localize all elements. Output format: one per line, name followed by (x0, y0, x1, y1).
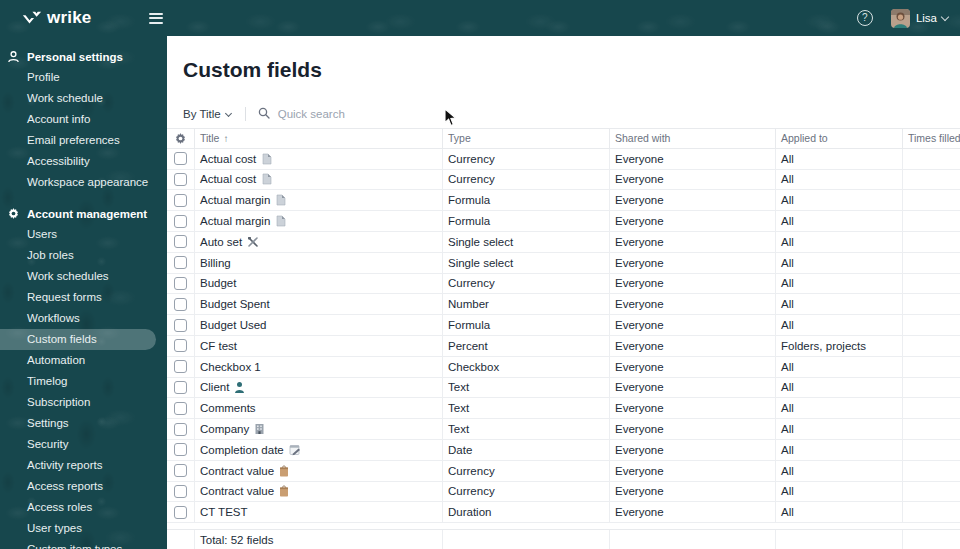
table-row[interactable]: BudgetCurrencyEveryoneAll (167, 274, 960, 295)
sidebar-item-settings[interactable]: Settings (0, 413, 167, 434)
table-row[interactable]: CommentsTextEveryoneAll (167, 398, 960, 419)
sidebar-item-workspace-appearance[interactable]: Workspace appearance (0, 172, 167, 193)
user-menu[interactable]: Lisa (891, 9, 948, 28)
wrike-logo[interactable]: wrike (22, 8, 91, 28)
cell-shared-with: Everyone (610, 482, 776, 502)
help-button[interactable]: ? (857, 10, 873, 26)
table-row[interactable]: BillingSingle selectEveryoneAll (167, 253, 960, 274)
sidebar-item-job-roles[interactable]: Job roles (0, 245, 167, 266)
chevron-down-icon (941, 12, 949, 20)
row-checkbox[interactable] (174, 215, 187, 228)
sidebar-item-account-info[interactable]: Account info (0, 109, 167, 130)
cell-applied-to: All (776, 482, 903, 502)
cell-applied-to: All (776, 294, 903, 314)
cell-times-filled (903, 253, 960, 273)
row-checkbox[interactable] (174, 256, 187, 269)
row-checkbox[interactable] (174, 360, 187, 373)
table-row[interactable]: Auto setSingle selectEveryoneAll (167, 232, 960, 253)
cell-type: Date (443, 440, 610, 460)
sidebar-item-accessibility[interactable]: Accessibility (0, 151, 167, 172)
sidebar-item-user-types[interactable]: User types (0, 518, 167, 539)
table-row[interactable]: Contract valueCurrencyEveryoneAll (167, 482, 960, 503)
table-row[interactable]: Actual costCurrencyEveryoneAll (167, 149, 960, 170)
row-checkbox-cell (167, 357, 195, 377)
table-settings-gear-icon[interactable] (167, 129, 195, 148)
sidebar-item-request-forms[interactable]: Request forms (0, 287, 167, 308)
cell-title: Completion date (195, 440, 443, 460)
sort-by-dropdown[interactable]: By Title (183, 108, 231, 120)
row-checkbox-cell (167, 190, 195, 210)
sidebar-item-access-roles[interactable]: Access roles (0, 497, 167, 518)
row-checkbox-cell (167, 315, 195, 335)
sidebar-item-timelog[interactable]: Timelog (0, 371, 167, 392)
cell-shared-with: Everyone (610, 274, 776, 294)
row-checkbox-cell (167, 149, 195, 169)
column-header-type[interactable]: Type (443, 129, 610, 148)
row-checkbox[interactable] (174, 402, 187, 415)
table-row[interactable]: CT TESTDurationEveryoneAll (167, 502, 960, 523)
sidebar-item-security[interactable]: Security (0, 434, 167, 455)
column-header-times-filled[interactable]: Times filled (903, 129, 960, 148)
row-checkbox[interactable] (174, 423, 187, 436)
row-checkbox-cell (167, 440, 195, 460)
cell-applied-to: Folders, projects (776, 336, 903, 356)
sidebar-item-workflows[interactable]: Workflows (0, 308, 167, 329)
column-header-shared-with[interactable]: Shared with (610, 129, 776, 148)
table-row[interactable]: Actual costCurrencyEveryoneAll (167, 170, 960, 191)
column-header-title[interactable]: Title↑ (195, 129, 443, 148)
table-row[interactable]: Contract valueCurrencyEveryoneAll (167, 461, 960, 482)
cell-times-filled (903, 398, 960, 418)
cell-times-filled (903, 357, 960, 377)
row-checkbox[interactable] (174, 277, 187, 290)
sidebar-item-activity-reports[interactable]: Activity reports (0, 455, 167, 476)
row-checkbox[interactable] (174, 298, 187, 311)
sidebar-item-access-reports[interactable]: Access reports (0, 476, 167, 497)
table-row[interactable]: Completion dateDateEveryoneAll (167, 440, 960, 461)
table-row[interactable]: ClientTextEveryoneAll (167, 378, 960, 399)
sidebar-item-custom-fields[interactable]: Custom fields (0, 329, 156, 350)
cell-shared-with: Everyone (610, 190, 776, 210)
total-row-cell (167, 530, 195, 549)
row-checkbox[interactable] (174, 464, 187, 477)
total-row-cell (443, 530, 610, 549)
row-checkbox-cell (167, 170, 195, 190)
table-row[interactable]: Checkbox 1CheckboxEveryoneAll (167, 357, 960, 378)
row-checkbox[interactable] (174, 235, 187, 248)
sidebar-item-subscription[interactable]: Subscription (0, 392, 167, 413)
table-row[interactable]: Budget SpentNumberEveryoneAll (167, 294, 960, 315)
cell-applied-to: All (776, 419, 903, 439)
cell-times-filled (903, 482, 960, 502)
row-checkbox[interactable] (174, 443, 187, 456)
cell-type: Currency (443, 274, 610, 294)
row-checkbox[interactable] (174, 506, 187, 519)
row-checkbox[interactable] (174, 485, 187, 498)
table-row[interactable]: Actual marginFormulaEveryoneAll (167, 211, 960, 232)
sidebar-item-email-preferences[interactable]: Email preferences (0, 130, 167, 151)
column-header-applied-to[interactable]: Applied to (776, 129, 903, 148)
cell-shared-with: Everyone (610, 357, 776, 377)
row-checkbox[interactable] (174, 194, 187, 207)
table-row[interactable]: Budget UsedFormulaEveryoneAll (167, 315, 960, 336)
row-checkbox[interactable] (174, 319, 187, 332)
table-row[interactable]: CompanyTextEveryoneAll (167, 419, 960, 440)
menu-icon[interactable] (149, 13, 163, 24)
sidebar-item-automation[interactable]: Automation (0, 350, 167, 371)
row-checkbox[interactable] (174, 381, 187, 394)
row-checkbox[interactable] (174, 173, 187, 186)
cell-title: Budget (195, 274, 443, 294)
sidebar-item-work-schedules[interactable]: Work schedules (0, 266, 167, 287)
person-bust-icon (234, 381, 245, 393)
cell-times-filled (903, 315, 960, 335)
row-checkbox[interactable] (174, 152, 187, 165)
cell-shared-with: Everyone (610, 149, 776, 169)
sidebar-item-users[interactable]: Users (0, 224, 167, 245)
table-row[interactable]: Actual marginFormulaEveryoneAll (167, 190, 960, 211)
sidebar-item-profile[interactable]: Profile (0, 67, 167, 88)
sidebar-item-work-schedule[interactable]: Work schedule (0, 88, 167, 109)
table-row[interactable]: CF testPercentEveryoneFolders, projects (167, 336, 960, 357)
cell-applied-to: All (776, 378, 903, 398)
quick-search-input[interactable]: Quick search (258, 105, 345, 123)
cell-type: Single select (443, 253, 610, 273)
sidebar-item-custom-item-types[interactable]: Custom item types (0, 539, 167, 549)
row-checkbox[interactable] (174, 339, 187, 352)
